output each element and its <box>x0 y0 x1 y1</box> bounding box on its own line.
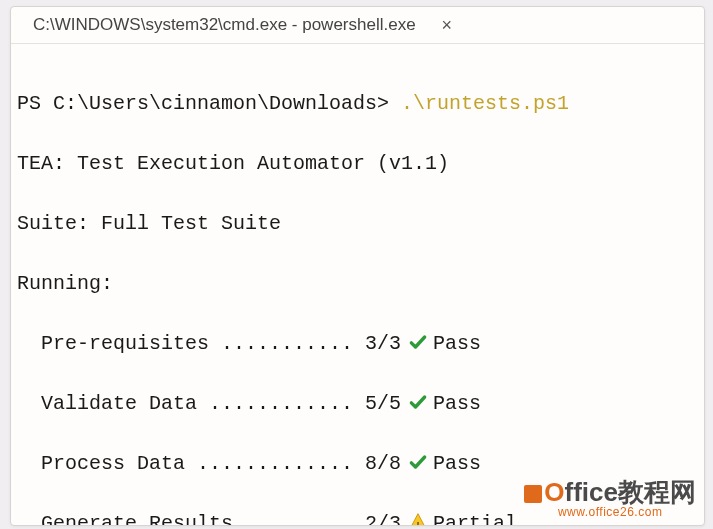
window-title: C:\WINDOWS\system32\cmd.exe - powershell… <box>33 15 416 35</box>
test-row: Validate Data ............ 5/5Pass <box>17 389 694 419</box>
prompt-text: PS C:\Users\cinnamon\Downloads> <box>17 92 401 115</box>
test-label: Process Data ............. <box>41 449 365 479</box>
watermark-logo: Office教程网 www.office26.com <box>524 479 696 519</box>
test-row: Pre-requisites ........... 3/3Pass <box>17 329 694 359</box>
test-label: Pre-requisites ........... <box>41 329 365 359</box>
test-status: Pass <box>433 449 481 479</box>
test-count: 3/3 <box>365 329 401 359</box>
watermark-o: O <box>544 477 564 507</box>
check-icon <box>407 449 429 479</box>
test-count: 5/5 <box>365 389 401 419</box>
test-label: Validate Data ............ <box>41 389 365 419</box>
watermark-url: www.office26.com <box>524 506 696 519</box>
app-header: TEA: Test Execution Automator (v1.1) <box>17 149 694 179</box>
watermark-text: ffice教程网 <box>565 477 696 507</box>
titlebar-divider <box>11 43 704 44</box>
close-icon[interactable]: × <box>438 14 457 36</box>
test-count: 8/8 <box>365 449 401 479</box>
test-row: Process Data ............. 8/8Pass <box>17 449 694 479</box>
window-tab[interactable]: C:\WINDOWS\system32\cmd.exe - powershell… <box>29 7 464 43</box>
check-icon <box>407 329 429 359</box>
terminal-window: C:\WINDOWS\system32\cmd.exe - powershell… <box>10 6 705 526</box>
suite-line: Suite: Full Test Suite <box>17 209 694 239</box>
test-status: Pass <box>433 329 481 359</box>
command-text: .\runtests.ps1 <box>401 92 569 115</box>
running-label: Running: <box>17 269 694 299</box>
warning-icon: ! <box>407 509 429 526</box>
logo-square-icon <box>524 485 542 503</box>
test-count: 2/3 <box>365 509 401 526</box>
test-status: Partial <box>433 509 517 526</box>
check-icon <box>407 389 429 419</box>
terminal-output[interactable]: PS C:\Users\cinnamon\Downloads> .\runtes… <box>11 53 704 525</box>
svg-text:!: ! <box>417 520 420 526</box>
test-label: Generate Results ......... <box>41 509 365 526</box>
test-status: Pass <box>433 389 481 419</box>
